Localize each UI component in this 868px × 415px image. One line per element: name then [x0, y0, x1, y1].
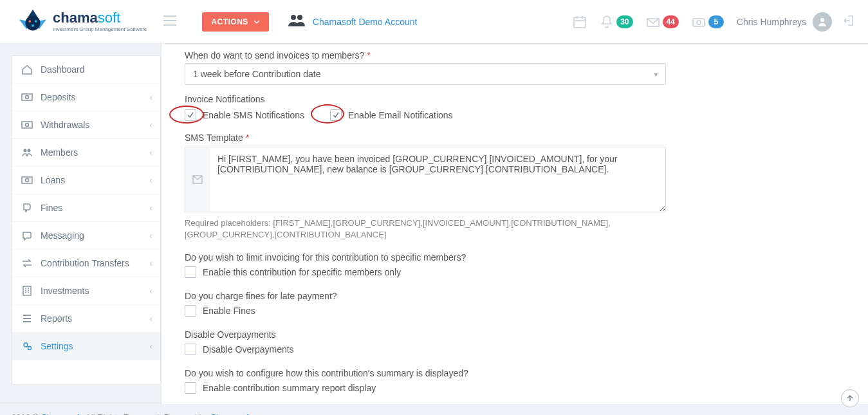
when-select-value: 1 week before Contribution date — [193, 69, 320, 79]
account-link[interactable]: Chamasoft Demo Account — [288, 14, 418, 30]
disable-overpayments-label: Disable Overpayments — [203, 344, 294, 355]
svg-point-3 — [32, 24, 34, 26]
overpayments-question: Disable Overpayments — [185, 329, 845, 340]
sidebar-item-investments[interactable]: Investments ‹ — [12, 277, 160, 305]
svg-point-5 — [297, 15, 302, 20]
calendar-icon[interactable] — [573, 15, 587, 29]
sidebar-item-transfers[interactable]: Contribution Transfers ‹ — [12, 250, 160, 277]
home-icon — [21, 64, 37, 75]
building-icon — [21, 285, 37, 297]
logo[interactable]: chamasoft Investment Group Management So… — [18, 8, 147, 36]
wallet-badge: 5 — [708, 15, 724, 28]
checkbox-icon — [185, 382, 196, 394]
footer-powered-link[interactable]: Chamasoft — [210, 412, 251, 415]
chevron-left-icon: ‹ — [149, 147, 152, 158]
chevron-down-icon — [254, 19, 260, 25]
inbox-icon[interactable]: 44 — [646, 15, 679, 29]
svg-rect-16 — [22, 177, 32, 183]
sidebar: Dashboard Deposits ‹ Withdrawals ‹ Membe… — [0, 44, 161, 404]
account-name: Chamasoft Demo Account — [313, 17, 418, 27]
chevron-left-icon: ‹ — [149, 203, 152, 213]
back-to-top-button[interactable] — [841, 389, 859, 407]
svg-point-2 — [35, 20, 37, 23]
sidebar-item-reports[interactable]: Reports ‹ — [12, 305, 160, 333]
sidebar-item-deposits[interactable]: Deposits ‹ — [12, 84, 160, 111]
when-select[interactable]: 1 week before Contribution date ▾ — [185, 63, 666, 85]
sidebar-item-messaging[interactable]: Messaging ‹ — [12, 222, 160, 250]
money-icon — [21, 119, 37, 131]
sidebar-item-label: Reports — [41, 313, 72, 324]
logo-text: chamasoft — [53, 11, 147, 25]
bell-icon[interactable]: 30 — [600, 15, 633, 29]
footer: 2016 © Chamasoft. All Rights Reserved. P… — [0, 403, 868, 415]
user-name: Chris Humphreys — [737, 17, 806, 27]
sidebar-item-label: Investments — [41, 286, 89, 296]
svg-rect-10 — [22, 94, 32, 100]
chat-icon — [21, 230, 37, 241]
svg-point-20 — [28, 347, 32, 350]
svg-point-19 — [24, 343, 28, 347]
invoice-notifications-label: Invoice Notifications — [185, 94, 845, 104]
swap-icon — [21, 257, 37, 269]
sidebar-item-label: Messaging — [41, 230, 84, 241]
svg-rect-7 — [693, 19, 705, 26]
summary-question: Do you wish to configure how this contri… — [185, 368, 845, 378]
caret-down-icon: ▾ — [654, 71, 658, 78]
chevron-left-icon: ‹ — [149, 313, 152, 324]
sidebar-item-label: Members — [41, 147, 78, 158]
disable-overpayments-checkbox[interactable]: Disable Overpayments — [185, 344, 294, 355]
users-icon — [21, 147, 37, 158]
sidebar-item-loans[interactable]: Loans ‹ — [12, 167, 160, 194]
chevron-left-icon: ‹ — [149, 286, 152, 296]
money-icon — [21, 174, 37, 186]
enable-fines-checkbox[interactable]: Enable Fines — [185, 305, 255, 317]
limit-members-checkbox[interactable]: Enable this contribution for specific me… — [185, 266, 401, 278]
enable-email-checkbox[interactable]: Enable Email Notifications — [330, 109, 453, 121]
inbox-badge: 44 — [663, 15, 679, 28]
svg-point-15 — [28, 149, 31, 152]
enable-email-label: Enable Email Notifications — [348, 110, 453, 120]
sidebar-item-label: Loans — [41, 175, 65, 185]
annotation-circle — [169, 106, 204, 124]
svg-point-17 — [26, 179, 29, 182]
logout-icon[interactable] — [844, 15, 855, 28]
enable-sms-label: Enable SMS Notifications — [203, 110, 304, 120]
topbar-icons: 30 44 5 — [573, 15, 724, 29]
svg-point-9 — [820, 18, 824, 22]
sms-template-label: SMS Template * — [185, 133, 845, 143]
topbar: chamasoft Investment Group Management So… — [0, 0, 868, 44]
svg-point-4 — [291, 15, 296, 20]
chevron-left-icon: ‹ — [149, 258, 152, 268]
sidebar-item-label: Fines — [41, 203, 62, 213]
list-icon — [21, 313, 37, 324]
chevron-left-icon: ‹ — [149, 341, 152, 351]
svg-point-1 — [28, 20, 31, 23]
money-icon — [21, 91, 37, 103]
users-icon — [288, 14, 305, 30]
sidebar-item-settings[interactable]: Settings ‹ — [12, 333, 160, 360]
thumbs-down-icon — [21, 202, 37, 214]
svg-rect-18 — [23, 286, 31, 295]
chevron-left-icon: ‹ — [149, 120, 152, 130]
svg-point-8 — [697, 21, 701, 24]
sidebar-item-label: Contribution Transfers — [41, 258, 129, 268]
annotation-circle — [311, 104, 344, 124]
bell-badge: 30 — [616, 15, 633, 28]
sidebar-item-label: Settings — [41, 341, 73, 351]
sidebar-item-fines[interactable]: Fines ‹ — [12, 194, 160, 222]
wallet-icon[interactable]: 5 — [692, 15, 724, 29]
checkbox-icon — [185, 305, 196, 317]
summary-checkbox[interactable]: Enable contribution summary report displ… — [185, 382, 376, 394]
sidebar-item-withdrawals[interactable]: Withdrawals ‹ — [12, 111, 160, 139]
sms-template-textarea[interactable] — [210, 147, 665, 212]
sidebar-item-dashboard[interactable]: Dashboard — [12, 56, 160, 84]
menu-toggle-icon[interactable] — [163, 14, 176, 29]
sidebar-item-members[interactable]: Members ‹ — [12, 139, 160, 167]
envelope-icon — [185, 147, 210, 212]
svg-point-14 — [24, 149, 27, 152]
avatar — [813, 12, 832, 32]
limit-members-question: Do you wish to limit invoicing for this … — [185, 252, 845, 263]
user-menu[interactable]: Chris Humphreys — [737, 12, 832, 32]
actions-button[interactable]: ACTIONS — [202, 12, 269, 32]
footer-brand-link[interactable]: Chamasoft — [41, 412, 82, 415]
